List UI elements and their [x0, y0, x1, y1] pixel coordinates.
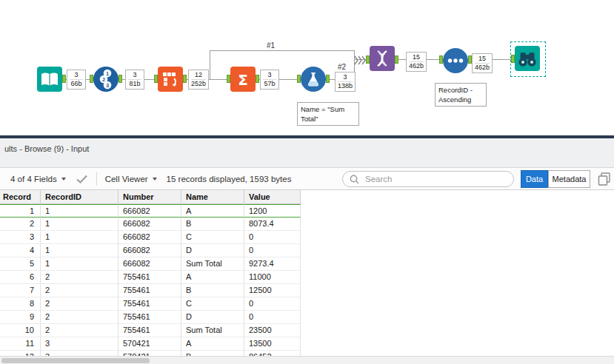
input-data-tool[interactable] — [37, 67, 62, 92]
binoculars-icon — [515, 46, 540, 71]
table-row[interactable]: 62755461A11000 — [0, 271, 311, 284]
table-cell[interactable]: 1 — [41, 244, 119, 257]
table-cell[interactable]: 7 — [0, 284, 41, 297]
table-cell[interactable]: 0 — [244, 231, 301, 244]
output-anchor[interactable] — [119, 75, 122, 83]
cell-viewer-dropdown[interactable]: Cell Viewer — [105, 175, 157, 183]
table-cell[interactable]: Sum Total — [181, 257, 244, 271]
table-row[interactable]: 92755461D0 — [0, 311, 311, 324]
table-row[interactable]: 82755461C0 — [0, 297, 311, 311]
table-cell[interactable]: A — [181, 337, 244, 351]
table-row[interactable]: 51666082Sum Total9273.4 — [0, 257, 311, 271]
table-cell[interactable]: 2 — [41, 324, 119, 337]
table-cell[interactable]: 0 — [244, 297, 301, 311]
table-cell[interactable]: A — [181, 204, 244, 218]
table-cell[interactable]: 12500 — [244, 284, 301, 297]
table-cell[interactable]: 3 — [0, 231, 41, 244]
column-header-value[interactable]: Value — [244, 190, 301, 204]
table-cell[interactable]: C — [181, 231, 244, 244]
table-row[interactable]: 31666082C0 — [0, 231, 311, 244]
copy-icon[interactable] — [597, 172, 612, 189]
table-cell[interactable]: Sum Total — [181, 324, 244, 337]
table-row[interactable]: 11666082A1200 — [0, 204, 311, 218]
table-cell[interactable]: 11 — [0, 337, 41, 351]
table-row[interactable]: 102755461Sum Total23500 — [0, 324, 311, 337]
horizontal-scrollbar[interactable] — [0, 356, 614, 364]
table-cell[interactable]: 2 — [41, 311, 119, 324]
table-cell[interactable]: 23500 — [244, 324, 301, 337]
table-cell[interactable]: D — [181, 311, 244, 324]
fields-dropdown[interactable]: 4 of 4 Fields — [10, 175, 66, 183]
table-cell[interactable]: 1 — [41, 218, 119, 231]
workflow-canvas[interactable]: #1 #2 366b 381b 12252b 357b 3138b — [0, 0, 614, 135]
table-cell[interactable]: 2 — [41, 271, 119, 284]
table-cell[interactable]: 570421 — [119, 337, 181, 351]
table-cell[interactable]: 8 — [0, 297, 41, 311]
output-anchor[interactable] — [62, 75, 66, 83]
table-cell[interactable]: 13500 — [244, 337, 301, 351]
table-cell[interactable]: 1 — [0, 204, 41, 218]
table-cell[interactable]: 1 — [41, 204, 119, 218]
browse-tool[interactable] — [515, 46, 540, 71]
table-cell[interactable]: 9273.4 — [244, 257, 301, 271]
data-tab-button[interactable]: Data — [521, 170, 548, 188]
sort-tool[interactable] — [443, 48, 468, 73]
table-cell[interactable]: 666082 — [119, 244, 181, 257]
table-cell[interactable]: 9 — [0, 311, 41, 324]
table-cell[interactable]: 0 — [244, 311, 301, 324]
table-cell[interactable]: B — [181, 284, 244, 297]
sort-annotation[interactable]: RecordID - Ascending — [435, 83, 487, 107]
scrollbar-thumb[interactable] — [1, 358, 150, 363]
table-cell[interactable]: 1 — [41, 257, 119, 271]
table-cell[interactable]: 3 — [41, 337, 119, 351]
transpose-tool[interactable] — [158, 67, 183, 92]
table-cell[interactable]: 4 — [0, 244, 41, 257]
table-cell[interactable]: 1200 — [244, 204, 301, 218]
table-row[interactable]: 113570421A13500 — [0, 337, 311, 351]
table-cell[interactable]: A — [181, 271, 244, 284]
table-cell[interactable]: 8073.4 — [244, 218, 301, 231]
metadata-tab-button[interactable]: Metadata — [548, 170, 590, 188]
table-row[interactable]: 41666082D0 — [0, 244, 311, 257]
table-cell[interactable]: 2 — [41, 297, 119, 311]
table-cell[interactable]: 755461 — [119, 311, 181, 324]
union-tool[interactable] — [370, 46, 395, 71]
table-cell[interactable]: B — [181, 218, 244, 231]
table-cell[interactable]: 755461 — [119, 297, 181, 311]
table-cell[interactable]: C — [181, 297, 244, 311]
results-table[interactable]: RecordRecordIDNumberNameValue11666082A12… — [0, 190, 311, 364]
formula-annotation[interactable]: Name = "Sum Total" — [297, 102, 359, 126]
output-anchor[interactable] — [395, 55, 398, 64]
search-input[interactable] — [364, 174, 507, 184]
table-cell[interactable]: 666082 — [119, 257, 181, 271]
column-header-recordid[interactable]: RecordID — [41, 190, 119, 204]
table-cell[interactable]: 10 — [0, 324, 41, 337]
table-row[interactable]: 72755461B12500 — [0, 284, 311, 297]
table-cell[interactable]: 0 — [244, 244, 301, 257]
table-cell[interactable]: 666082 — [119, 218, 181, 231]
output-anchor[interactable] — [183, 75, 187, 83]
output-anchor[interactable] — [326, 75, 330, 83]
column-header-record[interactable]: Record — [0, 190, 41, 204]
table-cell[interactable]: 755461 — [119, 284, 181, 297]
table-cell[interactable]: 755461 — [119, 271, 181, 284]
table-cell[interactable]: 2 — [41, 284, 119, 297]
results-search-box[interactable] — [342, 171, 514, 187]
summarize-tool[interactable]: Σ — [230, 67, 256, 92]
table-cell[interactable]: 11000 — [244, 271, 301, 284]
apply-check-button[interactable] — [76, 174, 88, 184]
column-header-number[interactable]: Number — [119, 190, 181, 204]
table-cell[interactable]: D — [181, 244, 244, 257]
formula-tool[interactable] — [301, 67, 326, 92]
column-header-name[interactable]: Name — [181, 190, 244, 204]
record-id-tool[interactable]: 1 2 3 — [93, 67, 119, 92]
table-cell[interactable]: 666082 — [119, 231, 181, 244]
table-cell[interactable]: 6 — [0, 271, 41, 284]
table-cell[interactable]: 5 — [0, 257, 41, 271]
table-cell[interactable]: 2 — [0, 218, 41, 231]
output-anchor[interactable] — [256, 75, 259, 83]
table-cell[interactable]: 755461 — [119, 324, 181, 337]
table-row[interactable]: 21666082B8073.4 — [0, 218, 311, 231]
table-cell[interactable]: 1 — [41, 231, 119, 244]
table-cell[interactable]: 666082 — [119, 204, 181, 218]
